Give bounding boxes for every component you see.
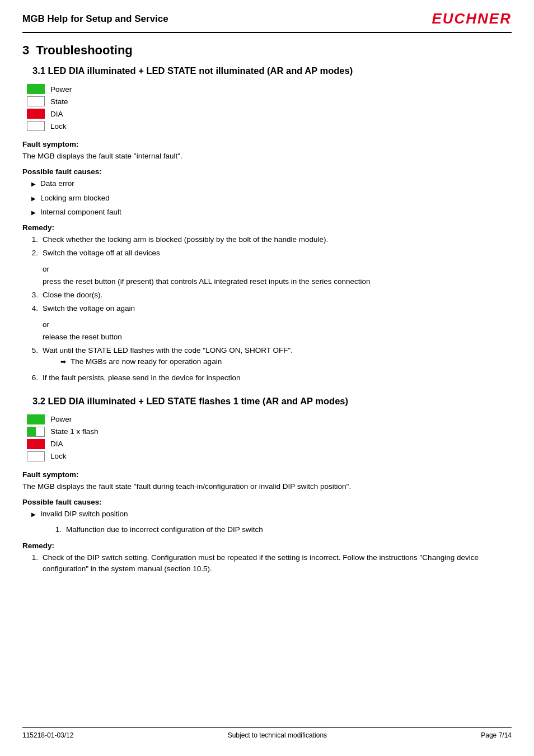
possible-fault-label-3-1: Possible fault causes: bbox=[22, 167, 512, 176]
fault-causes-list-3-2: Invalid DIP switch position bbox=[31, 508, 512, 520]
footer-left: 115218-01-03/12 bbox=[22, 731, 73, 739]
led-lock-label: Lock bbox=[50, 122, 67, 130]
fault-symptom-label-3-2: Fault symptom: bbox=[22, 470, 512, 479]
fault-subcauses-3-2: 1. Malfunction due to incorrect configur… bbox=[49, 524, 512, 535]
list-item: Internal component fault bbox=[31, 207, 512, 218]
page-header: MGB Help for Setup and Service EUCHNER bbox=[22, 10, 512, 33]
led-row-state: State bbox=[27, 96, 512, 106]
led-lock-2 bbox=[27, 451, 45, 461]
led-dia-2 bbox=[27, 439, 45, 449]
led-state-label: State bbox=[50, 97, 68, 106]
led-row-state-2: State 1 x flash bbox=[27, 427, 512, 437]
led-power-2-label: Power bbox=[50, 415, 72, 423]
remedy-list-3-1: 1. Check whether the locking arm is bloc… bbox=[22, 234, 512, 259]
page-wrapper: MGB Help for Setup and Service EUCHNER 3… bbox=[0, 0, 534, 756]
led-dia bbox=[27, 109, 45, 119]
arrow-item: The MGBs are now ready for operation aga… bbox=[60, 356, 512, 367]
led-power-2 bbox=[27, 414, 45, 424]
list-item: 5. Wait until the STATE LED flashes with… bbox=[22, 345, 512, 370]
fault-causes-list-3-1: Data error Locking arm blocked Internal … bbox=[31, 178, 512, 218]
list-item: 6. If the fault persists, please send in… bbox=[22, 372, 512, 384]
led-state-2-label: State 1 x flash bbox=[50, 427, 99, 436]
led-state bbox=[27, 96, 45, 106]
led-dia-label: DIA bbox=[50, 110, 63, 118]
led-row-dia: DIA bbox=[27, 109, 512, 119]
led-group-3-2: Power State 1 x flash DIA Lock bbox=[27, 414, 512, 461]
led-row-dia-2: DIA bbox=[27, 439, 512, 449]
section-3-title: 3 Troubleshooting bbox=[22, 43, 512, 58]
led-state-2 bbox=[27, 427, 45, 437]
led-row-power: Power bbox=[27, 84, 512, 94]
list-item: 1. Check whether the locking arm is bloc… bbox=[22, 234, 512, 245]
led-row-lock-2: Lock bbox=[27, 451, 512, 461]
list-item: 4. Switch the voltage on again bbox=[22, 303, 512, 314]
header-title: MGB Help for Setup and Service bbox=[22, 13, 168, 25]
fault-symptom-text-3-2: The MGB displays the fault state "fault … bbox=[22, 481, 512, 492]
led-lock-2-label: Lock bbox=[50, 452, 67, 460]
list-item: 2. Switch the voltage off at all devices bbox=[22, 248, 512, 259]
remedy-list-3-2: 1. Check of the DIP switch setting. Conf… bbox=[22, 552, 512, 575]
led-row-lock: Lock bbox=[27, 121, 512, 131]
remedy-list-3-1c: 5. Wait until the STATE LED flashes with… bbox=[22, 345, 512, 384]
led-row-power-2: Power bbox=[27, 414, 512, 424]
remedy-list-3-1b: 3. Close the door(s). 4. Switch the volt… bbox=[22, 290, 512, 315]
fault-symptom-text-3-1: The MGB displays the fault state "intern… bbox=[22, 151, 512, 162]
section-3-1: 3.1 LED DIA illuminated + LED STATE not … bbox=[22, 66, 512, 384]
led-group-3-1: Power State DIA Lock bbox=[27, 84, 512, 131]
led-power bbox=[27, 84, 45, 94]
fault-symptom-label-3-1: Fault symptom: bbox=[22, 140, 512, 148]
led-lock bbox=[27, 121, 45, 131]
footer-center: Subject to technical modifications bbox=[228, 731, 327, 739]
possible-fault-label-3-2: Possible fault causes: bbox=[22, 498, 512, 506]
press-line-2: release the reset button bbox=[43, 332, 512, 343]
list-item: 1. Malfunction due to incorrect configur… bbox=[49, 524, 512, 535]
led-power-label: Power bbox=[50, 85, 72, 94]
list-item: Invalid DIP switch position bbox=[31, 508, 512, 520]
section-3-2: 3.2 LED DIA illuminated + LED STATE flas… bbox=[22, 396, 512, 575]
remedy-label-3-1: Remedy: bbox=[22, 223, 512, 232]
or-line-2: or bbox=[43, 319, 512, 330]
press-line-1: press the reset button (if present) that… bbox=[43, 276, 512, 287]
list-item: Locking arm blocked bbox=[31, 193, 512, 204]
section-3: 3 Troubleshooting 3.1 LED DIA illuminate… bbox=[22, 43, 512, 587]
section-3-1-title: 3.1 LED DIA illuminated + LED STATE not … bbox=[32, 66, 512, 76]
page-footer: 115218-01-03/12 Subject to technical mod… bbox=[22, 727, 512, 739]
list-item: 1. Check of the DIP switch setting. Conf… bbox=[22, 552, 512, 575]
euchner-logo: EUCHNER bbox=[432, 10, 512, 27]
list-item: 3. Close the door(s). bbox=[22, 290, 512, 301]
footer-right: Page 7/14 bbox=[481, 731, 512, 739]
led-dia-2-label: DIA bbox=[50, 440, 63, 448]
or-line-1: or bbox=[43, 264, 512, 275]
section-3-2-title: 3.2 LED DIA illuminated + LED STATE flas… bbox=[32, 396, 512, 407]
list-item: Data error bbox=[31, 178, 512, 189]
remedy-label-3-2: Remedy: bbox=[22, 542, 512, 550]
